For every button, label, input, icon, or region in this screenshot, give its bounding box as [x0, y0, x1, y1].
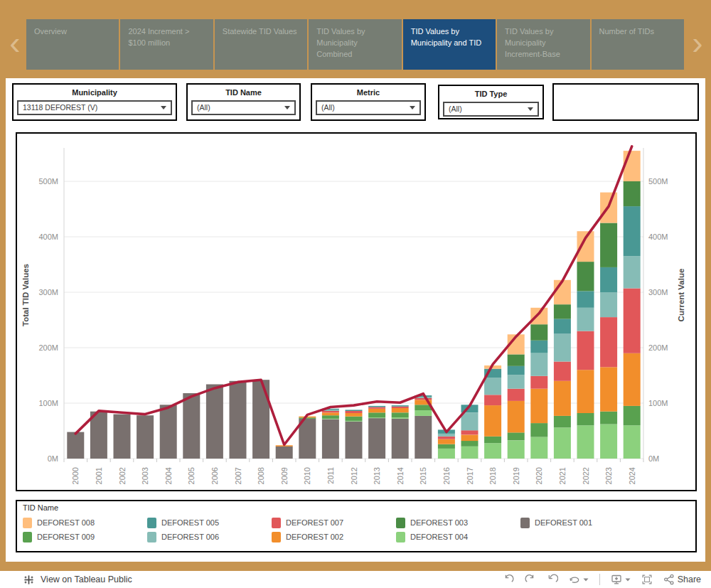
bar-segment-deforest-002-2021[interactable] — [554, 381, 571, 416]
bar-segment-deforest-001-2014[interactable] — [392, 419, 409, 459]
bar-segment-deforest-007-2015[interactable] — [415, 398, 432, 400]
bar-segment-deforest-006-2016[interactable] — [438, 434, 455, 437]
bar-segment-deforest-005-2022[interactable] — [577, 291, 594, 307]
tab-tid-values-by-municipality-increment-base[interactable]: TID Values by Municipality Increment-Bas… — [497, 19, 589, 70]
legend-item-deforest-008[interactable]: DEFOREST 008 — [23, 515, 147, 530]
bar-segment-deforest-006-2019[interactable] — [508, 375, 525, 389]
bar-segment-deforest-001-2007[interactable] — [230, 381, 247, 459]
bar-segment-deforest-005-2012[interactable] — [346, 410, 363, 411]
bar-segment-deforest-004-2017[interactable] — [461, 447, 479, 459]
bar-segment-deforest-004-2018[interactable] — [484, 443, 501, 459]
share-button[interactable]: Share — [663, 574, 701, 585]
bar-segment-deforest-002-2017[interactable] — [461, 435, 479, 442]
bar-segment-deforest-009-2013[interactable] — [368, 412, 385, 417]
bar-segment-deforest-002-2012[interactable] — [346, 413, 363, 417]
bar-segment-deforest-001-2005[interactable] — [183, 393, 200, 459]
bar-segment-deforest-005-2024[interactable] — [624, 206, 641, 256]
bar-segment-deforest-004-2012[interactable] — [346, 421, 363, 422]
bar-segment-deforest-005-2021[interactable] — [554, 319, 571, 333]
tid-name-dropdown[interactable]: (All) — [191, 100, 296, 115]
bar-segment-deforest-001-2008[interactable] — [252, 380, 269, 459]
bar-segment-deforest-007-2016[interactable] — [438, 437, 455, 439]
bar-segment-deforest-002-2011[interactable] — [322, 412, 339, 415]
undo-button[interactable] — [503, 574, 514, 585]
bar-segment-deforest-005-2013[interactable] — [368, 406, 385, 407]
bar-segment-deforest-002-2023[interactable] — [600, 367, 617, 411]
bar-segment-deforest-007-2012[interactable] — [346, 411, 363, 413]
bar-segment-deforest-001-2011[interactable] — [322, 419, 339, 459]
bar-segment-deforest-003-2020[interactable] — [530, 324, 547, 341]
bar-segment-deforest-001-2004[interactable] — [160, 405, 177, 459]
municipality-dropdown[interactable]: 13118 DEFOREST (V) — [17, 100, 172, 115]
bar-segment-deforest-002-2013[interactable] — [368, 409, 385, 413]
bar-segment-deforest-007-2011[interactable] — [322, 411, 339, 412]
display-download-button[interactable] — [611, 574, 631, 585]
bar-segment-deforest-002-2019[interactable] — [508, 401, 525, 433]
chevron-left-icon[interactable]: ‹ — [6, 27, 24, 63]
legend-item-deforest-009[interactable]: DEFOREST 009 — [23, 530, 147, 544]
bar-segment-deforest-009-2018[interactable] — [484, 437, 501, 443]
bar-segment-deforest-001-2006[interactable] — [206, 385, 223, 459]
reset-button[interactable] — [547, 574, 558, 585]
bar-segment-deforest-006-2024[interactable] — [624, 256, 641, 288]
bar-segment-deforest-007-2023[interactable] — [600, 317, 617, 367]
legend-item-deforest-002[interactable]: DEFOREST 002 — [272, 530, 396, 544]
bar-segment-deforest-007-2017[interactable] — [461, 430, 479, 434]
bar-segment-deforest-006-2018[interactable] — [484, 378, 501, 395]
bar-segment-deforest-001-2013[interactable] — [368, 418, 385, 459]
bar-segment-deforest-007-2019[interactable] — [508, 389, 525, 401]
bar-segment-deforest-007-2013[interactable] — [368, 407, 385, 409]
bar-segment-deforest-005-2020[interactable] — [530, 341, 547, 353]
bar-segment-deforest-009-2012[interactable] — [346, 417, 363, 421]
legend-item-deforest-006[interactable]: DEFOREST 006 — [147, 530, 272, 544]
bar-segment-deforest-002-2024[interactable] — [624, 353, 641, 406]
bar-segment-deforest-002-2016[interactable] — [438, 439, 455, 444]
legend-item-deforest-003[interactable]: DEFOREST 003 — [396, 515, 520, 530]
bar-segment-deforest-006-2023[interactable] — [600, 292, 617, 317]
bar-segment-deforest-001-2000[interactable] — [67, 432, 84, 459]
bar-segment-deforest-004-2014[interactable] — [392, 417, 409, 419]
redo-button[interactable] — [525, 574, 536, 585]
tab-statewide-tid-values[interactable]: Statewide TID Values — [215, 19, 307, 70]
bar-segment-deforest-006-2017[interactable] — [461, 412, 479, 430]
bar-segment-deforest-001-2002[interactable] — [114, 415, 131, 459]
bar-segment-deforest-003-2024[interactable] — [624, 181, 641, 206]
bar-segment-deforest-009-2019[interactable] — [508, 432, 525, 440]
bar-segment-deforest-004-2019[interactable] — [508, 440, 525, 459]
legend-item-deforest-001[interactable]: DEFOREST 001 — [520, 515, 645, 530]
bar-segment-deforest-009-2020[interactable] — [530, 423, 547, 437]
bar-segment-deforest-008-2024[interactable] — [624, 151, 641, 181]
bar-segment-deforest-001-2015[interactable] — [415, 416, 432, 459]
bar-segment-deforest-007-2022[interactable] — [577, 331, 594, 370]
view-on-tableau-public-link[interactable]: View on Tableau Public — [23, 571, 132, 588]
bar-segment-deforest-004-2011[interactable] — [322, 419, 339, 419]
bar-segment-deforest-003-2021[interactable] — [554, 304, 571, 319]
bar-segment-deforest-005-2023[interactable] — [600, 267, 617, 292]
bar-segment-deforest-002-2018[interactable] — [484, 405, 501, 437]
bar-segment-deforest-001-2009[interactable] — [276, 447, 293, 459]
bar-segment-deforest-004-2013[interactable] — [368, 417, 385, 418]
bar-segment-deforest-004-2022[interactable] — [577, 425, 594, 459]
tab-overview[interactable]: Overview — [26, 19, 119, 70]
bar-segment-deforest-007-2014[interactable] — [392, 407, 409, 408]
refresh-button[interactable] — [569, 574, 589, 585]
bar-segment-deforest-009-2024[interactable] — [624, 406, 641, 425]
bar-segment-deforest-009-2016[interactable] — [438, 444, 455, 449]
bar-segment-deforest-002-2020[interactable] — [530, 389, 547, 423]
metric-dropdown[interactable]: (All) — [316, 100, 421, 115]
tab-number-of-tids[interactable]: Number of TIDs — [592, 19, 684, 70]
bar-segment-deforest-003-2019[interactable] — [508, 354, 525, 365]
bar-segment-deforest-006-2021[interactable] — [554, 334, 571, 362]
bar-segment-deforest-009-2010[interactable] — [299, 417, 316, 419]
bar-segment-deforest-001-2010[interactable] — [299, 419, 316, 459]
bar-segment-deforest-009-2017[interactable] — [461, 441, 479, 447]
legend-item-deforest-004[interactable]: DEFOREST 004 — [396, 530, 520, 544]
bar-segment-deforest-004-2016[interactable] — [438, 449, 455, 459]
bar-segment-deforest-002-2022[interactable] — [577, 370, 594, 413]
tab-tid-values-by-municipality-and-tid[interactable]: TID Values by Municipality and TID — [403, 19, 496, 70]
bar-segment-deforest-004-2024[interactable] — [624, 425, 641, 459]
bar-segment-deforest-007-2020[interactable] — [530, 376, 547, 389]
bar-segment-deforest-007-2018[interactable] — [484, 395, 501, 405]
bar-segment-deforest-005-2014[interactable] — [392, 405, 409, 407]
bar-segment-deforest-002-2014[interactable] — [392, 408, 409, 412]
